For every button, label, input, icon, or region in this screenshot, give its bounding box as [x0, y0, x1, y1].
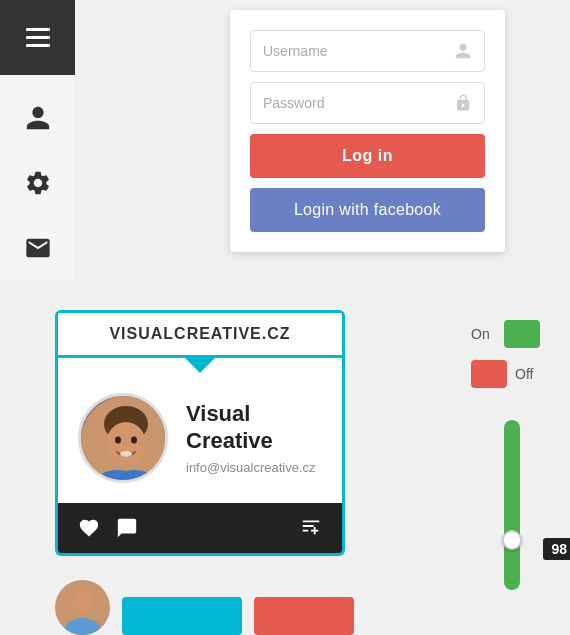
- sidebar-item-mail[interactable]: [0, 215, 75, 280]
- chat-icon[interactable]: [116, 517, 138, 539]
- svg-point-2: [106, 422, 146, 466]
- vc-brand-normal: VISUAL: [109, 325, 174, 342]
- toggle-on-row: On: [471, 320, 540, 348]
- sidebar-menu-button[interactable]: [0, 0, 75, 75]
- vc-card-footer: [58, 503, 342, 553]
- svg-point-4: [131, 437, 137, 444]
- bottom-blue-button[interactable]: [122, 597, 242, 635]
- vc-card-header: VISUALCREATIVE.CZ: [58, 313, 342, 358]
- toggle-off-box[interactable]: [471, 360, 507, 388]
- vc-card-body: Visual Creative info@visualcreative.cz: [58, 373, 342, 503]
- bottom-avatar-image: [55, 580, 110, 635]
- login-button[interactable]: Log in: [250, 134, 485, 178]
- vc-email: info@visualcreative.cz: [186, 460, 316, 475]
- bottom-red-button[interactable]: [254, 597, 354, 635]
- hamburger-icon: [26, 28, 50, 47]
- bottom-avatar: [55, 580, 110, 635]
- password-input-icon: [454, 93, 472, 113]
- vc-brand-bold: CREATIVE: [174, 325, 262, 342]
- vc-card-info: Visual Creative info@visualcreative.cz: [186, 401, 316, 475]
- heart-icon[interactable]: [78, 517, 100, 539]
- vc-name: Visual Creative: [186, 401, 316, 454]
- sidebar-item-user[interactable]: [0, 85, 75, 150]
- settings-sliders-icon[interactable]: [300, 515, 322, 537]
- slider-thumb[interactable]: [502, 530, 522, 550]
- user-input-icon: [454, 41, 472, 61]
- mail-icon: [24, 234, 52, 262]
- slider-area: 98: [504, 420, 520, 590]
- slider-track[interactable]: 98: [504, 420, 520, 590]
- vc-brand-tld: .CZ: [262, 325, 291, 342]
- password-field-wrapper[interactable]: [250, 82, 485, 124]
- password-input[interactable]: [263, 95, 454, 111]
- toggle-off-row: Off: [471, 360, 540, 388]
- visual-creative-card: VISUALCREATIVE.CZ: [55, 310, 345, 556]
- vc-avatar: [78, 393, 168, 483]
- vc-card-notch: [185, 358, 215, 373]
- login-panel: Log in Login with facebook: [230, 10, 505, 252]
- toggle-on-box[interactable]: [504, 320, 540, 348]
- sidebar: [0, 0, 75, 280]
- user-icon: [24, 104, 52, 132]
- toggle-off-label: Off: [515, 366, 540, 382]
- svg-point-3: [115, 437, 121, 444]
- toggles-area: On Off: [471, 320, 540, 388]
- username-input[interactable]: [263, 43, 454, 59]
- svg-point-5: [120, 451, 132, 457]
- svg-point-7: [73, 590, 93, 614]
- toggle-on-label: On: [471, 326, 496, 342]
- facebook-login-button[interactable]: Login with facebook: [250, 188, 485, 232]
- vc-footer-right: [300, 515, 322, 541]
- sidebar-item-settings[interactable]: [0, 150, 75, 215]
- bottom-partial-elements: [55, 580, 354, 635]
- username-field-wrapper[interactable]: [250, 30, 485, 72]
- avatar-image: [81, 396, 168, 483]
- gear-icon: [24, 169, 52, 197]
- slider-value: 98: [543, 538, 570, 560]
- vc-footer-left: [78, 517, 138, 539]
